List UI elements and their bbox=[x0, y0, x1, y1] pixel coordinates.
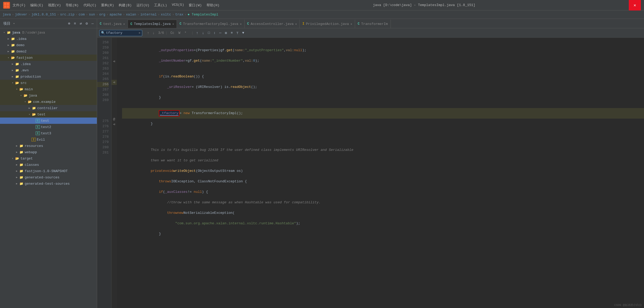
bc-org[interactable]: org bbox=[99, 13, 105, 17]
next-match-button[interactable]: ↓ bbox=[151, 30, 156, 36]
tab-close-icon[interactable]: ✕ bbox=[123, 22, 125, 26]
minimize-icon[interactable]: — bbox=[91, 21, 95, 26]
menu-edit[interactable]: 编辑(E) bbox=[30, 3, 43, 8]
bc-internal[interactable]: internal bbox=[140, 13, 157, 17]
menu-build[interactable]: 构建(B) bbox=[119, 3, 131, 8]
tree-item-test-class[interactable]: C test bbox=[0, 118, 97, 124]
tree-item-java[interactable]: ▾ 📁 java D:\code\java bbox=[0, 29, 97, 36]
tab-close-icon[interactable]: ✕ bbox=[350, 22, 352, 26]
filter-down-button[interactable]: ▼ bbox=[241, 30, 245, 35]
menu-file[interactable]: 文件(F) bbox=[13, 3, 25, 8]
tree-item-src[interactable]: ▾ 📂 src bbox=[0, 80, 97, 86]
tree-item-fastjson[interactable]: ▾ 📂 fastjson bbox=[0, 55, 97, 61]
tree-item-fastjson-snap[interactable]: ▶ 📁 fastjson-1.0-SNAPSHOT bbox=[0, 168, 97, 174]
bc-apache[interactable]: apache bbox=[109, 13, 122, 17]
prev-match-button[interactable]: ↑ bbox=[146, 30, 150, 36]
sidebar-title-label: 项目 bbox=[2, 21, 12, 26]
settings-icon[interactable]: ⚙ bbox=[85, 21, 89, 26]
code-line-264: } bbox=[122, 92, 644, 103]
bc-xsltc[interactable]: xsltc bbox=[161, 13, 171, 17]
bc-sun[interactable]: sun bbox=[89, 13, 95, 17]
tree-item-classes[interactable]: ▶ 📁 classes bbox=[0, 162, 97, 168]
regex-button[interactable]: * bbox=[183, 30, 188, 36]
tree-item-idea[interactable]: ▶ 📁 .idea bbox=[0, 36, 97, 42]
window-title: java [D:\code\java] - TemplatesImpl.java… bbox=[373, 3, 475, 7]
tree-item-generated-sources[interactable]: ▶ 📁 generated-sources bbox=[0, 174, 97, 180]
menu-vcs[interactable]: VCS(S) bbox=[172, 3, 184, 8]
pin-button[interactable]: ↕ bbox=[213, 30, 217, 35]
sync-icon[interactable]: ⇄ bbox=[79, 21, 83, 26]
tab-privilegedaction[interactable]: I PrivilegedAction.java ✕ bbox=[300, 20, 355, 28]
bc-trax[interactable]: trax bbox=[175, 13, 183, 17]
case-sensitive-button[interactable]: Cc bbox=[169, 30, 175, 36]
search-clear-icon[interactable]: ✕ bbox=[139, 31, 140, 35]
tree-item-test2[interactable]: C test2 bbox=[0, 124, 97, 130]
class-icon: C bbox=[100, 22, 102, 26]
sidebar: 项目 ▾ ⊕ ≡ ⇄ ⚙ — ▾ 📁 java D:\code\java ▶ 📁… bbox=[0, 19, 97, 308]
filter-button1[interactable]: ↔ bbox=[218, 30, 223, 35]
chevron-right-icon: ▶ bbox=[10, 62, 15, 66]
expand-button[interactable]: □ bbox=[207, 30, 211, 35]
tab-close-icon[interactable]: ✕ bbox=[240, 22, 242, 26]
tree-item-com-example[interactable]: ▾ 📂 com.example bbox=[0, 99, 97, 105]
svg-rect-3 bbox=[7, 6, 9, 8]
interface-icon: I bbox=[302, 22, 304, 26]
bc-com[interactable]: com bbox=[79, 13, 85, 17]
menu-tools[interactable]: 工具(L) bbox=[154, 3, 167, 8]
more-button[interactable]: ⊤ bbox=[235, 30, 240, 36]
bc-class[interactable]: ● TemplatesImpl bbox=[188, 13, 218, 17]
chevron-right-icon: ▶ bbox=[15, 144, 19, 147]
search-input[interactable] bbox=[106, 31, 138, 35]
filter-button2[interactable]: ⊞ bbox=[224, 30, 228, 36]
tree-item-main[interactable]: ▾ 📂 main bbox=[0, 86, 97, 92]
bc-java[interactable]: java bbox=[3, 13, 11, 17]
code-line-265 bbox=[122, 103, 644, 108]
tab-transformerimpl[interactable]: C TransformerIm bbox=[355, 20, 391, 28]
tree-item-production[interactable]: ▶ 📁 production bbox=[0, 73, 97, 80]
menu-view[interactable]: 视图(V) bbox=[48, 3, 61, 8]
tab-templatesimpl[interactable]: C TemplatesImpl.java ✕ bbox=[128, 20, 177, 28]
menu-code[interactable]: 代码(C) bbox=[83, 3, 96, 8]
code-line-259: _outputProperties = (Properties)gf.get( … bbox=[122, 45, 644, 56]
code-line-276: throws IOException, ClassNotFoundExcepti… bbox=[122, 176, 644, 187]
bc-jdk[interactable]: jdk1.8.0_151 bbox=[31, 13, 56, 17]
tree-item-evil[interactable]: I Evil bbox=[0, 136, 97, 143]
tab-accesscontroller[interactable]: C AccessController.java ✕ bbox=[245, 20, 300, 28]
bc-jdkver[interactable]: jdkver bbox=[15, 13, 27, 17]
tree-item-java2[interactable]: ▾ 📂 java bbox=[0, 92, 97, 99]
code-content[interactable]: _outputProperties = (Properties)gf.get( … bbox=[117, 38, 644, 308]
tree-item-idea2[interactable]: ▶ 📁 .idea bbox=[0, 61, 97, 67]
tree-item-webapp[interactable]: ▶ 📁 webapp bbox=[0, 149, 97, 155]
tree-item-resources[interactable]: ▶ 📁 resources bbox=[0, 143, 97, 149]
bc-src[interactable]: src.zip bbox=[60, 13, 75, 17]
class-icon: C bbox=[358, 22, 360, 26]
menu-run[interactable]: 运行(U) bbox=[136, 3, 149, 8]
tab-close-icon[interactable]: ✕ bbox=[172, 22, 174, 26]
tree-item-generated-test-sources[interactable]: ▶ 📁 generated-test-sources bbox=[0, 180, 97, 187]
whole-word-button[interactable]: W bbox=[177, 30, 182, 36]
tree-item-demo[interactable]: ▶ 📁 demo bbox=[0, 42, 97, 48]
tab-test[interactable]: C test.java ✕ bbox=[97, 20, 128, 28]
tree-item-target[interactable]: ▾ 📂 target bbox=[0, 155, 97, 162]
add-icon[interactable]: ⊕ bbox=[67, 21, 71, 26]
move-down-button[interactable]: ↓ bbox=[201, 30, 205, 36]
chevron-right-icon: ▶ bbox=[10, 69, 15, 72]
tree-item-mvn[interactable]: ▶ 📁 .mvn bbox=[0, 67, 97, 73]
tab-transformerfactoryimpl[interactable]: C TransformerFactoryImpl.java ✕ bbox=[177, 20, 244, 28]
menu-nav[interactable]: 导航(N) bbox=[66, 3, 78, 8]
tree-item-controller[interactable]: ▶ 📁 controller bbox=[0, 105, 97, 111]
list-icon[interactable]: ≡ bbox=[73, 21, 77, 26]
menu-window[interactable]: 窗口(W) bbox=[189, 3, 202, 8]
tree-item-demo2[interactable]: ▶ 📁 demo2 bbox=[0, 48, 97, 55]
bc-xalan[interactable]: xalan bbox=[126, 13, 136, 17]
tree-item-test3[interactable]: C test3 bbox=[0, 130, 97, 136]
close-button[interactable]: ✕ bbox=[629, 0, 641, 10]
tree-item-test-dir[interactable]: ▾ 📂 test bbox=[0, 111, 97, 118]
tab-close-icon[interactable]: ✕ bbox=[295, 22, 297, 26]
menu-help[interactable]: 帮助(H) bbox=[207, 3, 219, 8]
menu-refactor[interactable]: 重构(R) bbox=[101, 3, 114, 8]
tab-label: test.java bbox=[103, 22, 122, 26]
move-up-button[interactable]: ↑ bbox=[195, 30, 199, 36]
list-button[interactable]: ≡ bbox=[230, 30, 234, 35]
search-input-wrapper[interactable]: 🔍 ✕ bbox=[99, 30, 142, 36]
